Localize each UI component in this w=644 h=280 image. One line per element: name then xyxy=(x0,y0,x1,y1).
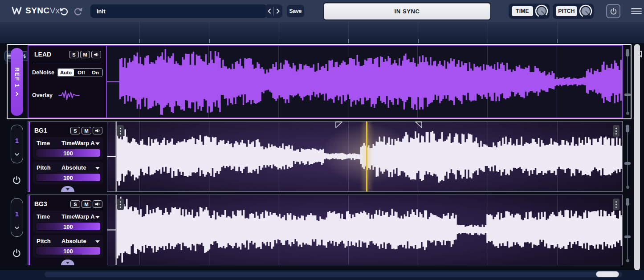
lead-waveform xyxy=(107,46,622,118)
track-name: BG1 xyxy=(34,127,47,134)
chevron-down-icon xyxy=(14,226,20,230)
bg1-power-button[interactable] xyxy=(12,175,21,185)
time-mode-dropdown[interactable]: TimeWarp A xyxy=(61,140,95,146)
next-preset-button[interactable] xyxy=(274,4,282,18)
dropdown-caret-icon[interactable] xyxy=(95,240,100,243)
ref-group-pill[interactable]: REF 1 xyxy=(11,48,23,116)
bg3-waveform-display[interactable] xyxy=(107,195,622,265)
ref-track-header: LEAD S M DeNoise Auto Off On Overlay xyxy=(29,46,107,118)
bg3-zoom-slider[interactable] xyxy=(624,198,631,262)
mute-button[interactable]: M xyxy=(82,200,91,208)
track-options-menu-right[interactable] xyxy=(613,125,620,137)
ruler-tick-mark xyxy=(209,39,210,43)
power-icon xyxy=(610,8,617,15)
bg3-group-selector[interactable]: 1 xyxy=(11,198,23,237)
overlay-waveform-button[interactable] xyxy=(58,89,80,101)
ruler-tick-mark xyxy=(488,39,489,43)
horizontal-scrollbar-thumb[interactable] xyxy=(596,271,619,277)
group-number: 1 xyxy=(11,210,23,218)
time-knob[interactable] xyxy=(535,4,548,18)
expand-track-button[interactable] xyxy=(61,186,74,192)
undo-icon xyxy=(59,7,69,16)
monitor-button[interactable] xyxy=(91,51,101,58)
expand-track-button[interactable] xyxy=(61,260,74,265)
ref-waveform-display[interactable] xyxy=(107,46,622,118)
pitch-label: Pitch xyxy=(37,238,51,244)
timeline-ruler[interactable]: DAW REF 500ms 01:25.00 01:25.50 01:26.00… xyxy=(0,22,644,43)
bg3-power-button[interactable] xyxy=(12,248,21,258)
pitch-control-group: PITCH xyxy=(553,4,594,19)
previous-preset-button[interactable] xyxy=(265,4,273,18)
undo-button[interactable] xyxy=(59,6,69,16)
time-amount-slider[interactable]: 100 xyxy=(36,222,101,231)
pitch-panel: Pitch Absolute 100 xyxy=(33,162,103,184)
slider-top-handle[interactable] xyxy=(626,125,629,132)
slider-handle[interactable] xyxy=(624,162,631,165)
slider-top-handle[interactable] xyxy=(626,198,629,206)
ruler-tick-mark xyxy=(348,39,349,43)
horizontal-scrollbar-track[interactable] xyxy=(45,272,622,277)
preset-name-input[interactable] xyxy=(90,4,267,18)
dropdown-caret-icon[interactable] xyxy=(95,167,100,170)
pitch-amount-slider[interactable]: 100 xyxy=(36,173,101,182)
sync-status-button[interactable]: IN SYNC xyxy=(324,3,490,20)
warp-region-end-marker[interactable] xyxy=(415,122,422,129)
pitch-mode-dropdown[interactable]: Absolute xyxy=(61,238,86,244)
slider-track xyxy=(627,53,628,113)
pitch-label: Pitch xyxy=(37,164,51,171)
track-options-menu-left[interactable] xyxy=(117,199,124,210)
hamburger-icon xyxy=(631,8,642,9)
bg3-track-header: BG3 S M Time TimeWarp A 100 Pitch xyxy=(29,195,107,265)
horizontal-scroll-area xyxy=(0,270,644,280)
time-control-group: TIME xyxy=(509,4,550,19)
slider-handle[interactable] xyxy=(624,93,631,96)
bypass-power-button[interactable] xyxy=(606,4,620,18)
solo-button[interactable]: S xyxy=(70,200,80,208)
time-label: TIME xyxy=(512,6,533,16)
vertical-scrollbar[interactable] xyxy=(634,44,640,270)
denoise-label: DeNoise xyxy=(32,69,54,76)
pitch-label: PITCH xyxy=(556,6,577,16)
track-accent-strip xyxy=(29,195,30,265)
solo-button[interactable]: S xyxy=(69,51,79,58)
bg1-zoom-slider[interactable] xyxy=(624,125,631,189)
pitch-amount-slider[interactable]: 100 xyxy=(36,247,101,255)
track-options-menu-right[interactable] xyxy=(613,199,620,210)
time-amount-slider[interactable]: 100 xyxy=(36,149,101,157)
monitor-button[interactable] xyxy=(93,127,102,134)
track-options-menu-left[interactable] xyxy=(117,125,124,137)
denoise-option-on[interactable]: On xyxy=(89,70,102,75)
dropdown-caret-icon[interactable] xyxy=(95,216,100,219)
slider-end-dot xyxy=(626,112,629,115)
monitor-button[interactable] xyxy=(93,200,102,208)
dropdown-caret-icon[interactable] xyxy=(95,142,100,145)
slider-track xyxy=(627,202,628,260)
track-name: LEAD xyxy=(34,51,51,58)
denoise-option-auto[interactable]: Auto xyxy=(58,69,74,76)
slider-end-dot xyxy=(626,186,629,189)
mute-button[interactable]: M xyxy=(80,51,90,58)
slider-handle[interactable] xyxy=(624,235,631,238)
ref-zoom-slider[interactable] xyxy=(624,49,631,115)
denoise-option-off[interactable]: Off xyxy=(74,70,89,75)
warp-region-start-marker[interactable] xyxy=(335,122,343,129)
save-button[interactable]: Save xyxy=(287,5,304,17)
group-number: 1 xyxy=(11,137,23,144)
time-mode-dropdown[interactable]: TimeWarp A xyxy=(61,213,95,220)
bg1-waveform-display[interactable] xyxy=(107,122,622,191)
pitch-knob[interactable] xyxy=(579,4,592,18)
speaker-icon xyxy=(95,202,101,207)
time-panel: Time TimeWarp A 100 xyxy=(33,137,103,160)
redo-button[interactable] xyxy=(73,6,83,16)
pitch-mode-dropdown[interactable]: Absolute xyxy=(61,164,86,171)
bg1-group-selector[interactable]: 1 xyxy=(11,125,23,163)
ref-group-label: REF 1 xyxy=(14,67,20,88)
speaker-icon xyxy=(95,128,101,133)
slider-top-handle[interactable] xyxy=(626,49,629,57)
menu-button[interactable] xyxy=(631,8,642,14)
app-name-suffix: Vx xyxy=(50,6,60,15)
solo-button[interactable]: S xyxy=(70,127,80,134)
mute-button[interactable]: M xyxy=(82,127,91,134)
sync-playhead[interactable] xyxy=(366,122,367,191)
speaker-icon xyxy=(94,52,99,57)
